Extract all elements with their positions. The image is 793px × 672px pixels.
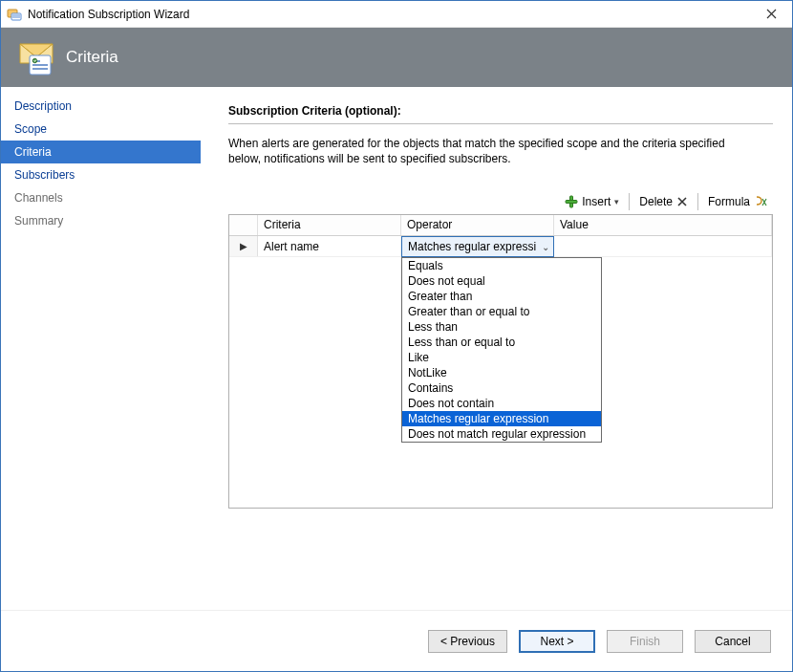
row-marker: ▶: [229, 236, 258, 256]
operator-selected-text: Matches regular expression: [408, 240, 536, 253]
operator-option[interactable]: Does not equal: [402, 273, 601, 289]
insert-button[interactable]: Insert ▾: [559, 193, 625, 210]
close-button[interactable]: [750, 1, 792, 28]
grid-header-criteria: Criteria: [258, 215, 401, 235]
grid-header-marker: [229, 215, 258, 235]
grid-toolbar: Insert ▾ Delete Formula: [228, 193, 773, 210]
operator-dropdown[interactable]: Equals Does not equal Greater than Great…: [401, 257, 602, 443]
delete-label: Delete: [639, 195, 673, 208]
plus-icon: [565, 195, 578, 208]
grid-header-value: Value: [554, 215, 772, 235]
sidebar-item-description[interactable]: Description: [1, 95, 201, 118]
delete-x-icon: [676, 196, 688, 207]
sidebar-item-channels: Channels: [1, 186, 201, 209]
chevron-down-icon: ⌄: [542, 242, 549, 252]
operator-option[interactable]: Does not contain: [402, 396, 601, 411]
body: Description Scope Criteria Subscribers C…: [1, 87, 792, 610]
next-button[interactable]: Next >: [519, 630, 595, 653]
criteria-cell[interactable]: Alert name: [258, 236, 401, 256]
footer: < Previous Next > Finish Cancel: [1, 610, 792, 671]
banner-title: Criteria: [66, 48, 118, 67]
svg-rect-7: [566, 201, 577, 204]
separator: [629, 193, 630, 210]
operator-option[interactable]: Less than or equal to: [402, 335, 601, 350]
titlebar: Notification Subscription Wizard: [1, 1, 792, 28]
banner: Criteria: [1, 28, 792, 87]
finish-button: Finish: [607, 630, 683, 653]
section-title: Subscription Criteria (optional):: [228, 104, 773, 124]
operator-option[interactable]: Less than: [402, 319, 601, 335]
banner-icon: [16, 38, 54, 76]
grid-header: Criteria Operator Value: [229, 215, 772, 236]
formula-icon: [754, 195, 767, 208]
delete-button[interactable]: Delete: [633, 193, 694, 210]
grid-header-operator: Operator: [401, 215, 554, 235]
separator: [697, 193, 698, 210]
formula-label: Formula: [708, 195, 750, 208]
formula-button[interactable]: Formula: [702, 193, 773, 210]
sidebar-item-summary: Summary: [1, 209, 201, 232]
operator-option[interactable]: Equals: [402, 258, 601, 273]
operator-option[interactable]: Contains: [402, 380, 601, 396]
previous-button[interactable]: < Previous: [428, 630, 507, 653]
app-icon: [7, 7, 22, 22]
close-icon: [766, 9, 777, 19]
section-description: When alerts are generated for the object…: [228, 136, 744, 166]
value-cell[interactable]: [554, 236, 772, 256]
operator-option[interactable]: Greater than or equal to: [402, 304, 601, 319]
operator-option[interactable]: NotLike: [402, 365, 601, 380]
operator-cell[interactable]: Matches regular expression ⌄: [401, 236, 554, 257]
operator-option[interactable]: Like: [402, 350, 601, 365]
insert-label: Insert: [582, 195, 611, 208]
chevron-down-icon: ▾: [614, 197, 619, 206]
operator-option[interactable]: Greater than: [402, 289, 601, 304]
wizard-window: Notification Subscription Wizard Criteri…: [0, 0, 793, 672]
operator-option[interactable]: Does not match regular expression: [402, 426, 601, 442]
criteria-grid: Criteria Operator Value ▶ Alert name Mat…: [228, 214, 773, 509]
sidebar-item-scope[interactable]: Scope: [1, 118, 201, 141]
grid-row[interactable]: ▶ Alert name Matches regular expression …: [229, 236, 772, 257]
sidebar: Description Scope Criteria Subscribers C…: [1, 87, 202, 610]
row-marker-icon: ▶: [240, 241, 247, 251]
operator-option[interactable]: Matches regular expression: [402, 411, 601, 426]
cancel-button[interactable]: Cancel: [695, 630, 771, 653]
window-title: Notification Subscription Wizard: [28, 8, 750, 21]
sidebar-item-criteria[interactable]: Criteria: [1, 141, 201, 163]
main-panel: Subscription Criteria (optional): When a…: [202, 87, 792, 610]
sidebar-item-subscribers[interactable]: Subscribers: [1, 163, 201, 186]
